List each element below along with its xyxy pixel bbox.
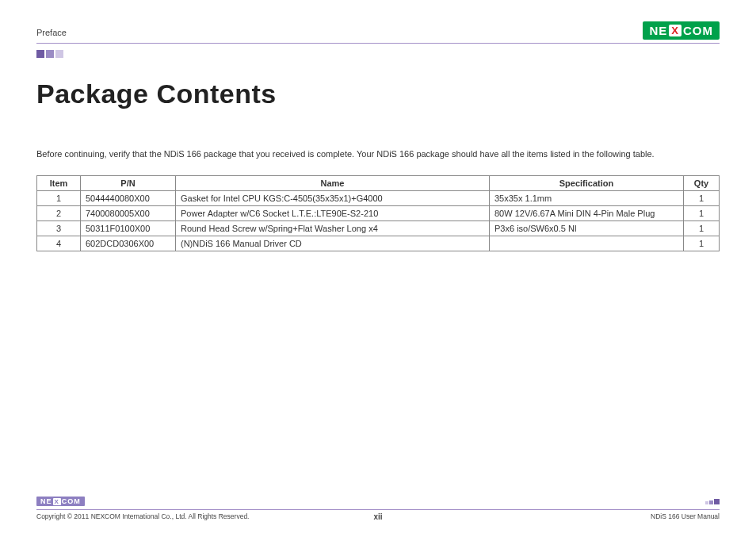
cell-qty: 1 xyxy=(684,205,720,220)
square-icon xyxy=(36,50,44,58)
square-icon xyxy=(709,500,713,504)
page-number: xii xyxy=(36,512,720,521)
logo-x-icon: X xyxy=(53,498,61,505)
col-item: Item xyxy=(37,175,81,190)
cell-item: 2 xyxy=(37,205,81,220)
cell-spec: 80W 12V/6.67A Mini DIN 4-Pin Male Plug xyxy=(490,205,684,220)
page-footer: NE X COM Copyright © 2011 NEXCOM Interna… xyxy=(36,496,720,520)
cell-spec: 35x35x 1.1mm xyxy=(490,190,684,205)
table-row: 4602DCD0306X00(N)NDiS 166 Manual Driver … xyxy=(37,236,720,251)
table-header-row: Item P/N Name Specification Qty xyxy=(37,175,720,190)
square-icon xyxy=(705,501,708,504)
cell-spec xyxy=(490,236,684,251)
cell-item: 4 xyxy=(37,236,81,251)
col-qty: Qty xyxy=(684,175,720,190)
col-name: Name xyxy=(176,175,490,190)
square-icon xyxy=(55,50,63,58)
cell-qty: 1 xyxy=(684,220,720,236)
header-divider xyxy=(36,43,720,44)
cell-qty: 1 xyxy=(684,236,720,251)
logo-text-right: COM xyxy=(683,24,713,37)
cell-pn: 602DCD0306X00 xyxy=(81,236,176,251)
logo-text-left: NE xyxy=(40,497,52,505)
logo-x-icon: X xyxy=(669,25,682,36)
cell-name: Round Head Screw w/Spring+Flat Washer Lo… xyxy=(176,220,490,236)
logo-text-right: COM xyxy=(62,497,81,505)
cell-name: Power Adapter w/C6 Socket L.T.E.:LTE90E-… xyxy=(176,205,490,220)
cell-item: 1 xyxy=(37,190,81,205)
table-row: 27400080005X00Power Adapter w/C6 Socket … xyxy=(37,205,720,220)
page-title: Package Contents xyxy=(36,79,720,109)
cell-name: (N)NDiS 166 Manual Driver CD xyxy=(176,236,490,251)
table-row: 15044440080X00Gasket for Intel CPU KGS:C… xyxy=(37,190,720,205)
section-label: Preface xyxy=(36,28,67,40)
decorative-squares-small xyxy=(705,499,720,504)
logo-text-left: NE xyxy=(649,24,667,37)
decorative-squares xyxy=(36,50,720,58)
cell-pn: 50311F0100X00 xyxy=(81,220,176,236)
footer-divider xyxy=(36,509,720,510)
nexcom-logo-small: NE X COM xyxy=(36,497,85,506)
square-icon xyxy=(46,50,54,58)
intro-paragraph: Before continuing, verify that the NDiS … xyxy=(36,148,720,161)
cell-item: 3 xyxy=(37,220,81,236)
col-pn: P/N xyxy=(81,175,176,190)
square-icon xyxy=(714,499,720,504)
col-spec: Specification xyxy=(490,175,684,190)
cell-name: Gasket for Intel CPU KGS:C-4505(35x35x1)… xyxy=(176,190,490,205)
page-header: Preface NE X COM xyxy=(36,17,720,40)
cell-pn: 7400080005X00 xyxy=(81,205,176,220)
cell-qty: 1 xyxy=(684,190,720,205)
package-contents-table: Item P/N Name Specification Qty 15044440… xyxy=(36,175,720,251)
cell-pn: 5044440080X00 xyxy=(81,190,176,205)
cell-spec: P3x6 iso/SW6x0.5 NI xyxy=(490,220,684,236)
nexcom-logo: NE X COM xyxy=(643,21,720,40)
table-row: 350311F0100X00Round Head Screw w/Spring+… xyxy=(37,220,720,236)
